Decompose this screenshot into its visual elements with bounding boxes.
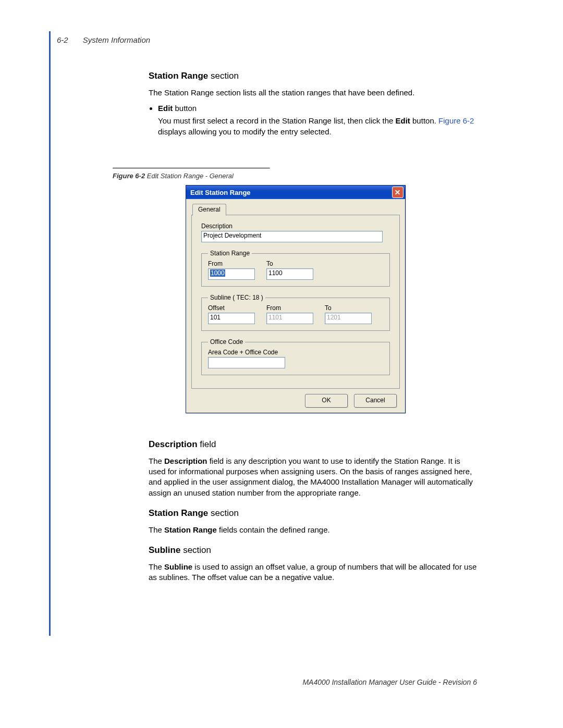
input-sub-offset[interactable]: 101 — [208, 313, 255, 324]
label-sr-to: To — [266, 260, 313, 267]
running-footer: MA4000 Installation Manager User Guide -… — [302, 678, 477, 686]
label-sub-to: To — [325, 304, 372, 312]
section-description-field: Description field The Description field … — [149, 439, 477, 588]
section-name: System Information — [83, 35, 150, 44]
left-margin-rule — [49, 31, 51, 636]
label-office-code: Area Code + Office Code — [208, 349, 383, 356]
figure-caption: Figure 6-2 Edit Station Range - General — [113, 172, 478, 180]
heading-subline: Subline section — [149, 545, 477, 557]
page-number: 6-2 — [57, 35, 68, 44]
bullet-edit-desc: You must first select a record in the St… — [158, 116, 477, 137]
bullet-edit-button: Edit button You must first select a reco… — [158, 103, 477, 137]
label-sub-offset: Offset — [208, 304, 255, 312]
heading-station-range: Station Range section — [149, 70, 477, 82]
para-description-field: The Description field is any description… — [149, 456, 477, 498]
close-icon[interactable] — [392, 187, 403, 198]
input-description[interactable]: Project Development — [201, 231, 383, 242]
tab-panel-general: Description Project Development Station … — [191, 215, 400, 389]
label-sr-from: From — [208, 260, 255, 267]
figure-top-rule — [113, 168, 270, 169]
group-station-range: Station Range From 1000 To 1100 — [201, 250, 390, 287]
dialog-button-row: OK Cancel — [191, 389, 400, 408]
heading-station-range-2: Station Range section — [149, 508, 477, 520]
page: 6-2 System Information Station Range sec… — [0, 0, 563, 728]
xref-figure-6-2[interactable]: Figure 6-2 — [438, 116, 474, 125]
group-subline: Subline ( TEC: 18 ) Offset 101 From 1101 — [201, 294, 390, 331]
legend-office-code: Office Code — [208, 338, 245, 346]
ok-button[interactable]: OK — [305, 394, 348, 408]
dialog-title: Edit Station Range — [190, 189, 251, 196]
input-office-code[interactable] — [208, 357, 285, 368]
legend-station-range: Station Range — [208, 250, 252, 257]
dialog-titlebar[interactable]: Edit Station Range — [186, 186, 405, 199]
para-subline: The Subline is used to assign an offset … — [149, 562, 477, 583]
label-sub-from: From — [266, 304, 313, 312]
tab-general[interactable]: General — [192, 204, 226, 216]
group-office-code: Office Code Area Code + Office Code — [201, 338, 390, 375]
running-header: 6-2 System Information — [57, 35, 150, 44]
figure-6-2: Figure 6-2 Edit Station Range - General … — [113, 168, 478, 413]
para-station-range-intro: The Station Range section lists all the … — [149, 88, 477, 98]
dialog-edit-station-range: Edit Station Range General Description P… — [186, 185, 406, 413]
tab-strip: General — [191, 203, 400, 215]
input-sub-from: 1101 — [266, 313, 313, 324]
heading-description-field: Description field — [149, 439, 477, 451]
bullet-list: Edit button You must first select a reco… — [158, 103, 477, 137]
label-description: Description — [201, 223, 390, 230]
cancel-button[interactable]: Cancel — [354, 394, 397, 408]
legend-subline: Subline ( TEC: 18 ) — [208, 294, 265, 301]
input-sr-from[interactable]: 1000 — [208, 268, 255, 280]
section-station-range-intro: Station Range section The Station Range … — [149, 70, 477, 141]
input-sr-to[interactable]: 1100 — [266, 268, 313, 280]
para-station-range-2: The Station Range fields contain the def… — [149, 525, 477, 535]
dialog-client-area: General Description Project Development … — [186, 199, 405, 413]
input-sub-to: 1201 — [325, 313, 372, 324]
